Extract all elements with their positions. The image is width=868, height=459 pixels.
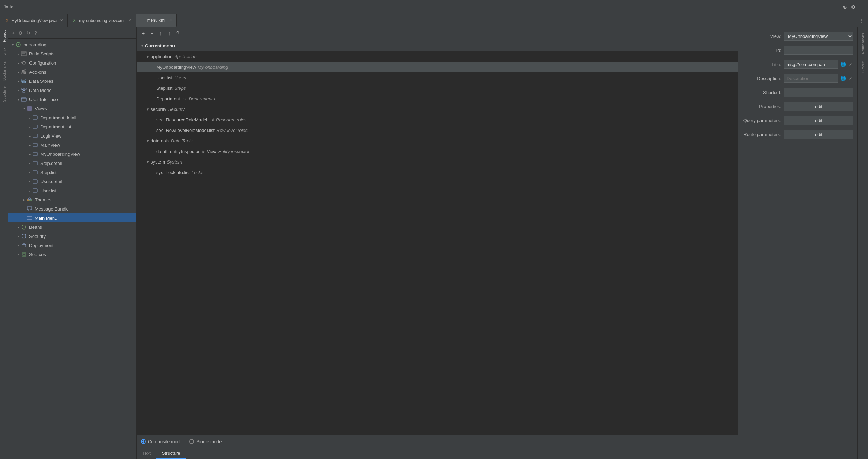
menu-security-group[interactable]: security Security (137, 104, 738, 114)
dept-detail-arrow[interactable] (27, 115, 32, 120)
text-view-tab[interactable]: Text (137, 448, 156, 459)
system-arrow[interactable] (145, 159, 151, 165)
description-input[interactable] (784, 74, 838, 83)
tab-menu[interactable]: ☰ menu.xml ✕ (136, 14, 177, 27)
root-expand-arrow[interactable] (10, 42, 15, 47)
more-tabs-icon[interactable]: ⋮ (859, 18, 864, 24)
tree-main-menu[interactable]: Main Menu (8, 213, 136, 222)
tree-build-scripts[interactable]: Build Scripts (8, 49, 136, 58)
tree-user-list[interactable]: User.list (8, 186, 136, 195)
project-edge-label[interactable]: Project (1, 27, 8, 45)
composite-radio[interactable] (141, 439, 146, 444)
tree-user-detail[interactable]: User.detail (8, 177, 136, 186)
current-menu-arrow[interactable] (139, 43, 145, 48)
tree-views[interactable]: Views (8, 104, 136, 113)
route-params-edit-btn[interactable]: edit (784, 130, 853, 139)
notifications-edge-label[interactable]: Notifications (860, 30, 867, 57)
menu-move-down-btn[interactable]: ↕ (166, 30, 172, 38)
id-input[interactable] (784, 46, 853, 55)
view-select[interactable]: MyOnboardingView (784, 32, 853, 41)
tree-data-model[interactable]: Data Model (8, 86, 136, 95)
single-radio[interactable] (189, 439, 194, 444)
tree-message-bundle[interactable]: Message Bundle (8, 204, 136, 213)
tab-java-close[interactable]: ✕ (60, 18, 63, 23)
tree-configuration[interactable]: Configuration (8, 58, 136, 67)
menu-add-btn[interactable]: + (140, 30, 146, 38)
settings-icon[interactable]: ⚙ (850, 4, 856, 10)
bookmarks-edge-label[interactable]: Bookmarks (1, 59, 8, 84)
current-menu-header[interactable]: Current menu (137, 40, 738, 51)
composite-mode-option[interactable]: Composite mode (141, 439, 182, 444)
tree-my-onboarding-view[interactable]: MyOnboardingView (8, 149, 136, 159)
login-view-arrow[interactable] (27, 133, 32, 139)
gradle-edge-label[interactable]: Gradle (860, 58, 867, 75)
title-check-icon[interactable]: ✓ (848, 61, 853, 68)
menu-remove-btn[interactable]: − (149, 30, 155, 38)
data-model-arrow[interactable] (15, 87, 21, 93)
properties-edit-btn[interactable]: edit (784, 102, 853, 111)
minimize-icon[interactable]: − (859, 4, 864, 10)
tree-security[interactable]: Security (8, 232, 136, 241)
title-input[interactable] (784, 60, 838, 69)
menu-move-up-btn[interactable]: ↑ (158, 30, 164, 38)
tree-sources[interactable]: Sources (8, 250, 136, 259)
tree-main-view[interactable]: MainView (8, 140, 136, 149)
menu-datatools-group[interactable]: datatools Data Tools (137, 135, 738, 146)
application-arrow[interactable] (145, 54, 151, 59)
settings-btn[interactable]: ⚙ (18, 29, 24, 36)
addons-arrow[interactable] (15, 69, 21, 75)
build-scripts-arrow[interactable] (15, 51, 21, 56)
tree-department-detail[interactable]: Department.detail (8, 113, 136, 122)
views-arrow[interactable] (21, 106, 27, 111)
security-group-arrow[interactable] (145, 106, 151, 112)
tree-addons[interactable]: Add-ons (8, 67, 136, 76)
dept-list-arrow[interactable] (27, 124, 32, 129)
query-params-edit-btn[interactable]: edit (784, 116, 853, 125)
menu-department-list[interactable]: Department.list Departments (137, 93, 738, 104)
description-check-icon[interactable]: ✓ (848, 75, 853, 82)
security-arrow[interactable] (15, 233, 21, 239)
jmix-edge-label[interactable]: Jmix (1, 45, 8, 59)
configuration-arrow[interactable] (15, 60, 21, 66)
refresh-btn[interactable]: ↻ (26, 29, 31, 36)
description-globe-icon[interactable]: 🌐 (840, 75, 847, 82)
structure-view-tab[interactable]: Structure (156, 448, 186, 459)
user-interface-arrow[interactable] (15, 97, 21, 102)
tab-java[interactable]: J MyOnboardingView.java ✕ (0, 14, 68, 27)
shortcut-input[interactable] (784, 88, 853, 97)
step-detail-arrow[interactable] (27, 160, 32, 166)
menu-my-onboarding[interactable]: MyOnboardingView My onboarding (137, 62, 738, 72)
tree-root[interactable]: onboarding (8, 40, 136, 49)
sources-arrow[interactable] (15, 252, 21, 257)
menu-rowlevel-roles[interactable]: sec_RowLevelRoleModel.list Row-level rol… (137, 125, 738, 135)
user-detail-arrow[interactable] (27, 179, 32, 184)
add-tab-icon[interactable]: ⊕ (842, 4, 848, 10)
menu-resource-roles[interactable]: sec_ResourceRoleModel.list Resource role… (137, 114, 738, 125)
tree-step-list[interactable]: Step.list (8, 168, 136, 177)
single-mode-option[interactable]: Single mode (189, 439, 222, 444)
tab-menu-close[interactable]: ✕ (169, 18, 172, 22)
title-globe-icon[interactable]: 🌐 (840, 61, 847, 68)
structure-edge-label[interactable]: Structure (1, 84, 8, 105)
deployment-arrow[interactable] (15, 242, 21, 248)
beans-arrow[interactable] (15, 224, 21, 230)
step-list-arrow[interactable] (27, 169, 32, 175)
tab-xml-close[interactable]: ✕ (128, 18, 131, 23)
menu-entity-inspector[interactable]: datatl_entityInspectorListView Entity in… (137, 146, 738, 157)
tree-login-view[interactable]: LoginView (8, 131, 136, 140)
data-stores-arrow[interactable] (15, 78, 21, 84)
tree-beans[interactable]: Beans (8, 222, 136, 232)
tree-themes[interactable]: Themes (8, 195, 136, 204)
menu-help-btn[interactable]: ? (175, 30, 181, 38)
menu-step-list[interactable]: Step.list Steps (137, 83, 738, 93)
help-btn[interactable]: ? (33, 29, 38, 36)
main-view-arrow[interactable] (27, 142, 32, 148)
menu-application-group[interactable]: application Application (137, 51, 738, 62)
tab-xml[interactable]: X my-onboarding-view.xml ✕ (68, 14, 136, 27)
my-onboarding-arrow[interactable] (27, 151, 32, 157)
tree-user-interface[interactable]: User Interface (8, 95, 136, 104)
tree-department-list[interactable]: Department.list (8, 122, 136, 131)
add-item-btn[interactable]: + (11, 29, 15, 36)
menu-user-list[interactable]: User.list Users (137, 72, 738, 83)
tree-deployment[interactable]: Deployment (8, 241, 136, 250)
